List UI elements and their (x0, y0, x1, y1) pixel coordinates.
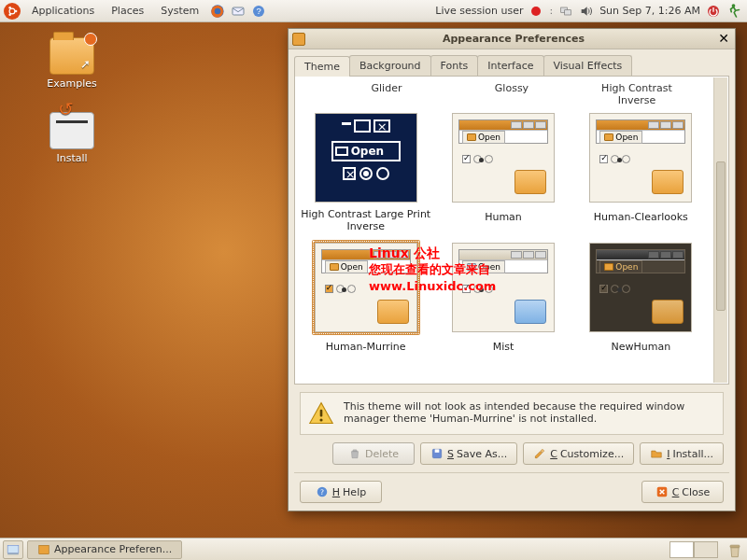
theme-label: Glider (335, 82, 438, 106)
theme-label: Glossy (460, 82, 563, 106)
theme-item[interactable]: Open Human-Murrine (301, 240, 430, 353)
desktop-icon-install[interactable]: ↺ Install (39, 112, 105, 164)
theme-thumbnail: Open (452, 113, 555, 203)
close-icon[interactable]: ✕ (716, 32, 731, 47)
theme-thumbnail: Open (589, 113, 692, 203)
svg-point-2 (15, 9, 18, 12)
user-label[interactable]: Live session user (435, 5, 523, 17)
theme-label: Mist (438, 341, 568, 353)
svg-point-6 (215, 7, 221, 14)
network-icon[interactable] (558, 4, 573, 19)
themes-pane: Glider Glossy High Contrast Inverse × Op… (294, 77, 729, 385)
theme-item[interactable]: × Open × High Contrast Large Print Inver… (301, 110, 430, 232)
svg-point-3 (8, 6, 11, 8)
theme-label: Human-Clearlooks (576, 211, 706, 223)
theme-label: Human-Murrine (301, 341, 430, 353)
theme-item[interactable]: Open Human (438, 110, 568, 232)
theme-thumbnail: Open (452, 243, 555, 332)
theme-item[interactable]: Open NewHuman (576, 240, 706, 353)
trash-icon (348, 447, 361, 460)
save-icon (430, 447, 444, 460)
tab-background[interactable]: Background (349, 55, 431, 76)
desktop-icon-label: Install (39, 152, 105, 164)
svg-text:?: ? (257, 7, 261, 16)
theme-thumbnail: Open (589, 243, 692, 332)
desktop-icon-label: Examples (39, 77, 105, 90)
top-panel: Applications Places System ? Live sessio… (0, 0, 747, 22)
tab-bar: Theme Background Fonts Interface Visual … (294, 55, 729, 77)
folder-icon (650, 447, 663, 460)
edit-icon (533, 447, 546, 460)
window-icon (37, 543, 50, 556)
theme-label: High Contrast Large Print Inverse (301, 208, 430, 232)
trash-icon[interactable] (726, 541, 744, 558)
theme-scrollbar[interactable] (713, 77, 727, 383)
theme-thumbnail: × Open × (315, 113, 417, 203)
theme-item[interactable]: Open Human-Clearlooks (576, 110, 706, 232)
menu-system[interactable]: System (155, 3, 204, 19)
warning-icon (308, 400, 334, 427)
logout-icon[interactable] (726, 3, 743, 20)
tab-interface[interactable]: Interface (477, 55, 543, 76)
appearance-preferences-dialog: Appearance Preferences ✕ Theme Backgroun… (288, 28, 736, 511)
bottom-panel: Appearance Preferen... (0, 538, 747, 560)
record-icon[interactable] (529, 4, 543, 19)
svg-point-4 (8, 13, 11, 16)
clock[interactable]: Sun Sep 7, 1:26 AM (599, 5, 700, 17)
tab-theme[interactable]: Theme (294, 56, 350, 77)
desktop-icon-examples[interactable]: ➚ Examples (39, 37, 105, 90)
shutdown-icon[interactable] (706, 4, 721, 19)
firefox-icon[interactable] (210, 4, 225, 19)
theme-item[interactable]: Open Mist (438, 240, 568, 353)
show-desktop-button[interactable] (3, 540, 23, 559)
theme-label: NewHuman (576, 341, 706, 353)
tab-fonts[interactable]: Fonts (430, 55, 479, 76)
help-icon: ? (316, 485, 329, 498)
drive-icon: ↺ (49, 112, 94, 149)
delete-button: Delete (332, 442, 415, 465)
window-icon (292, 33, 305, 46)
window-title: Appearance Preferences (311, 33, 716, 45)
svg-rect-14 (320, 410, 323, 417)
install-button[interactable]: IInstall... (640, 442, 724, 465)
warning-message: This theme will not look as intended bec… (300, 392, 724, 435)
svg-point-15 (319, 418, 322, 421)
theme-label: Human (438, 211, 568, 223)
save-as-button[interactable]: SSave As... (420, 442, 517, 465)
svg-text:?: ? (320, 488, 324, 497)
ubuntu-logo-icon (4, 3, 21, 20)
theme-thumbnail: Open (315, 243, 417, 332)
svg-rect-21 (7, 545, 19, 553)
workspace-switcher[interactable] (669, 541, 718, 558)
evolution-icon[interactable] (231, 4, 246, 19)
svg-rect-7 (233, 7, 244, 15)
svg-rect-22 (7, 553, 19, 554)
taskbar-task[interactable]: Appearance Preferen... (27, 540, 182, 559)
tab-visual-effects[interactable]: Visual Effects (543, 55, 633, 76)
svg-rect-24 (730, 545, 740, 548)
folder-icon: ➚ (49, 37, 94, 75)
help-button[interactable]: ? HHelp (300, 481, 382, 503)
theme-label: High Contrast Inverse (585, 82, 688, 106)
volume-icon[interactable] (579, 4, 594, 19)
svg-rect-11 (565, 9, 571, 14)
menu-applications[interactable]: Applications (26, 3, 100, 19)
warning-text: This theme will not look as intended bec… (344, 400, 715, 425)
close-button[interactable]: CClose (641, 481, 724, 503)
help-icon[interactable]: ? (251, 4, 266, 19)
menu-places[interactable]: Places (106, 3, 149, 19)
title-bar[interactable]: Appearance Preferences ✕ (289, 29, 735, 49)
customize-button[interactable]: CCustomize... (523, 442, 634, 465)
svg-rect-17 (435, 449, 440, 453)
close-icon (655, 485, 669, 498)
svg-rect-23 (39, 545, 49, 553)
